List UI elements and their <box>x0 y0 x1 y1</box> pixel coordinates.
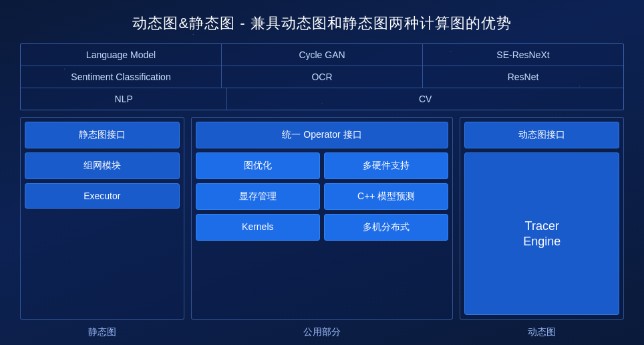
tracer-engine-box: Tracer Engine <box>464 152 619 315</box>
table-row: Sentiment Classification OCR ResNet <box>21 66 623 88</box>
cell-language-model: Language Model <box>21 44 222 66</box>
cpp-prediction: C++ 模型预测 <box>324 183 448 210</box>
dynamic-graph-panel: 动态图接口 Tracer Engine 动态图 <box>460 117 624 338</box>
static-label: 静态图 <box>20 325 184 338</box>
bottom-section: 静态图接口 组网模块 Executor 静态图 统一 Operator 接口 图… <box>20 117 624 338</box>
row-1: 图优化 多硬件支持 <box>196 152 449 179</box>
unified-operator: 统一 Operator 接口 <box>196 122 449 148</box>
multi-hardware: 多硬件支持 <box>324 152 448 179</box>
static-graph-panel: 静态图接口 组网模块 Executor 静态图 <box>20 117 184 338</box>
main-container: 动态图&静态图 - 兼具动态图和静态图两种计算图的优势 Language Mod… <box>0 0 644 345</box>
middle-boxes-wrapper: 统一 Operator 接口 图优化 多硬件支持 显存管理 C++ 模型预测 K… <box>191 117 454 320</box>
cell-sentiment: Sentiment Classification <box>21 66 222 88</box>
page-title: 动态图&静态图 - 兼具动态图和静态图两种计算图的优势 <box>20 13 624 33</box>
static-graph-interface: 静态图接口 <box>25 122 180 148</box>
row-3: Kernels 多机分布式 <box>196 214 449 241</box>
cell-se-resnext: SE-ResNeXt <box>423 44 623 66</box>
cell-resnet: ResNet <box>423 66 623 88</box>
middle-panel: 统一 Operator 接口 图优化 多硬件支持 显存管理 C++ 模型预测 K… <box>191 117 454 338</box>
distributed: 多机分布式 <box>324 214 448 241</box>
table-row: NLP CV <box>21 88 623 110</box>
static-boxes-wrapper: 静态图接口 组网模块 Executor <box>20 117 184 320</box>
dynamic-boxes-wrapper: 动态图接口 Tracer Engine <box>460 117 624 320</box>
engine-text: Engine <box>523 235 560 249</box>
networking-module: 组网模块 <box>25 152 180 179</box>
graph-optimization: 图优化 <box>196 152 320 179</box>
cell-ocr: OCR <box>222 66 423 88</box>
cell-nlp: NLP <box>21 88 227 110</box>
middle-label: 公用部分 <box>191 325 454 338</box>
kernels: Kernels <box>196 214 320 241</box>
memory-management: 显存管理 <box>196 183 320 210</box>
cell-cv: CV <box>227 88 623 110</box>
dynamic-graph-interface: 动态图接口 <box>464 122 619 148</box>
tracer-text: Tracer <box>525 219 559 233</box>
executor: Executor <box>25 183 180 209</box>
dynamic-label: 动态图 <box>460 325 624 338</box>
top-table: Language Model Cycle GAN SE-ResNeXt Sent… <box>20 43 624 110</box>
cell-cycle-gan: Cycle GAN <box>222 44 423 66</box>
row-2: 显存管理 C++ 模型预测 <box>196 183 449 210</box>
table-row: Language Model Cycle GAN SE-ResNeXt <box>21 44 623 66</box>
